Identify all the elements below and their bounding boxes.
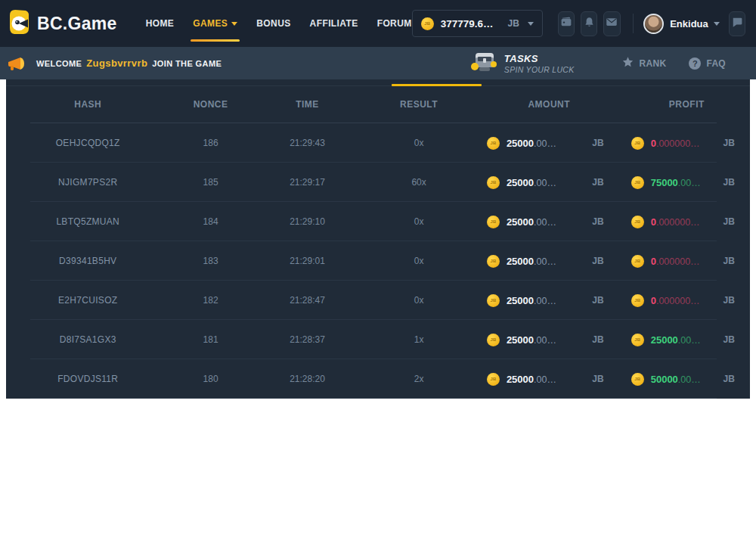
mail-icon bbox=[605, 15, 618, 32]
cell-amount: JB 25000.00… JB bbox=[475, 373, 624, 386]
bc-game-logo-icon bbox=[8, 8, 30, 39]
table-row[interactable]: E2H7CUISOZ 182 21:28:47 0x JB 25000.00… … bbox=[6, 281, 750, 320]
chevron-down-icon bbox=[714, 22, 720, 26]
nav-item-games[interactable]: GAMES bbox=[193, 0, 237, 47]
balance-selector[interactable]: JB 377779.6… JB bbox=[412, 10, 543, 37]
currency-unit: JB bbox=[592, 374, 603, 384]
balance-amount: 377779.6… bbox=[441, 18, 494, 29]
cell-time: 21:28:37 bbox=[252, 334, 364, 345]
jb-coin-icon: JB bbox=[631, 334, 644, 346]
brand-logo[interactable]: BC.Game bbox=[8, 8, 117, 39]
cell-nonce: 184 bbox=[169, 216, 251, 227]
cell-hash: D8I7SA1GX3 bbox=[6, 334, 169, 345]
cell-amount: JB 25000.00… JB bbox=[475, 294, 624, 307]
star-icon bbox=[621, 56, 634, 70]
wallet-button[interactable] bbox=[558, 11, 575, 36]
welcome-username: Zugsbvrrvrb bbox=[86, 57, 147, 69]
cell-amount: JB 25000.00… JB bbox=[475, 137, 624, 150]
column-header-time: TIME bbox=[252, 99, 364, 110]
cell-profit: JB 25000.00… JB bbox=[624, 334, 750, 346]
announcement-banner: WELCOME Zugsbvrrvrb JOIN THE GAME bbox=[0, 47, 756, 79]
chat-button[interactable] bbox=[729, 11, 745, 36]
wallet-icon bbox=[559, 15, 573, 32]
currency-unit: JB bbox=[592, 295, 603, 306]
cell-result: 1x bbox=[363, 334, 475, 345]
top-header: BC.Game HOME GAMES BONUS AFFILIATE FORUM… bbox=[0, 0, 756, 47]
jb-coin-icon: JB bbox=[421, 17, 434, 30]
currency-unit: JB bbox=[592, 216, 603, 227]
cell-result: 0x bbox=[363, 138, 475, 148]
faq-label: FAQ bbox=[706, 58, 726, 69]
tasks-text: TASKS SPIN YOUR LUCK bbox=[504, 53, 575, 74]
jb-coin-icon: JB bbox=[631, 294, 644, 307]
tasks-link[interactable]: TASKS SPIN YOUR LUCK bbox=[470, 51, 575, 76]
messages-button[interactable] bbox=[603, 11, 620, 36]
cell-result: 0x bbox=[363, 256, 475, 266]
column-header-hash: HASH bbox=[6, 99, 169, 110]
column-header-amount: AMOUNT bbox=[475, 99, 624, 110]
chevron-down-icon bbox=[528, 22, 534, 26]
cell-hash: OEHJCQDQ1Z bbox=[6, 138, 169, 148]
faq-link[interactable]: ? FAQ bbox=[689, 57, 726, 70]
nav-item-home[interactable]: HOME bbox=[146, 0, 175, 47]
currency-unit: JB bbox=[592, 138, 603, 148]
tasks-subtitle: SPIN YOUR LUCK bbox=[504, 65, 575, 74]
megaphone-icon bbox=[6, 52, 27, 75]
cell-profit: JB 0.000000… JB bbox=[624, 294, 750, 307]
question-icon: ? bbox=[689, 57, 701, 70]
jb-coin-icon: JB bbox=[487, 216, 500, 228]
nav-item-label: GAMES bbox=[193, 18, 228, 29]
cell-hash: E2H7CUISOZ bbox=[6, 295, 169, 306]
table-row[interactable]: D39341B5HV 183 21:29:01 0x JB 25000.00… … bbox=[6, 241, 750, 281]
cell-profit: JB 75000.00… JB bbox=[624, 176, 750, 189]
table-row[interactable]: OEHJCQDQ1Z 186 21:29:43 0x JB 25000.00… … bbox=[6, 123, 750, 163]
cell-time: 21:29:01 bbox=[252, 256, 364, 266]
cell-profit: JB 0.000000… JB bbox=[624, 137, 750, 150]
brand-name: BC.Game bbox=[37, 14, 117, 34]
user-menu[interactable]: Enkidua bbox=[643, 14, 720, 34]
table-row[interactable]: NJIGM7PS2R 185 21:29:17 60x JB 25000.00…… bbox=[6, 163, 750, 202]
nav-item-label: AFFILIATE bbox=[310, 18, 358, 29]
main-nav: HOME GAMES BONUS AFFILIATE FORUM bbox=[146, 0, 412, 47]
bets-panel: HASHNONCETIMERESULTAMOUNTPROFIT OEHJCQDQ… bbox=[6, 79, 750, 399]
cell-amount: JB 25000.00… JB bbox=[475, 176, 624, 189]
currency-unit: JB bbox=[723, 177, 735, 188]
cell-hash: D39341B5HV bbox=[6, 256, 169, 266]
rank-link[interactable]: RANK bbox=[621, 56, 667, 70]
cell-result: 0x bbox=[363, 295, 475, 306]
column-header-profit: PROFIT bbox=[624, 99, 750, 110]
cell-time: 21:28:47 bbox=[252, 295, 364, 306]
tasks-title: TASKS bbox=[504, 53, 575, 64]
cell-time: 21:29:10 bbox=[252, 216, 364, 227]
cell-profit: JB 50000.00… JB bbox=[624, 373, 750, 386]
jb-coin-icon: JB bbox=[631, 216, 644, 228]
user-name: Enkidua bbox=[670, 18, 708, 29]
jb-coin-icon: JB bbox=[487, 137, 500, 150]
header-divider bbox=[633, 14, 634, 33]
nav-item-bonus[interactable]: BONUS bbox=[256, 0, 290, 47]
table-body: OEHJCQDQ1Z 186 21:29:43 0x JB 25000.00… … bbox=[6, 123, 750, 399]
column-header-nonce: NONCE bbox=[169, 99, 251, 110]
table-row[interactable]: D8I7SA1GX3 181 21:28:37 1x JB 25000.00… … bbox=[6, 320, 750, 359]
cell-profit: JB 0.000000… JB bbox=[624, 255, 750, 268]
table-row[interactable]: FDOVDJS11R 180 21:28:20 2x JB 25000.00… … bbox=[6, 359, 750, 399]
table-row[interactable]: LBTQ5ZMUAN 184 21:29:10 0x JB 25000.00… … bbox=[6, 202, 750, 241]
currency-unit: JB bbox=[592, 177, 603, 188]
table-header-row: HASHNONCETIMERESULTAMOUNTPROFIT bbox=[6, 86, 750, 123]
cell-hash: LBTQ5ZMUAN bbox=[6, 216, 169, 227]
balance-currency: JB bbox=[507, 18, 519, 29]
jb-coin-icon: JB bbox=[487, 176, 500, 189]
currency-unit: JB bbox=[592, 256, 603, 266]
chat-icon bbox=[730, 15, 744, 32]
nav-item-forum[interactable]: FORUM bbox=[377, 0, 412, 47]
jb-coin-icon: JB bbox=[631, 137, 644, 150]
jb-coin-icon: JB bbox=[487, 334, 500, 346]
notifications-button[interactable] bbox=[581, 11, 597, 36]
bell-icon bbox=[583, 16, 596, 32]
nav-item-affiliate[interactable]: AFFILIATE bbox=[310, 0, 358, 47]
avatar bbox=[643, 14, 664, 34]
cell-result: 2x bbox=[363, 374, 475, 384]
cell-nonce: 186 bbox=[169, 138, 251, 148]
cell-time: 21:29:17 bbox=[252, 177, 364, 188]
jb-coin-icon: JB bbox=[631, 373, 644, 386]
